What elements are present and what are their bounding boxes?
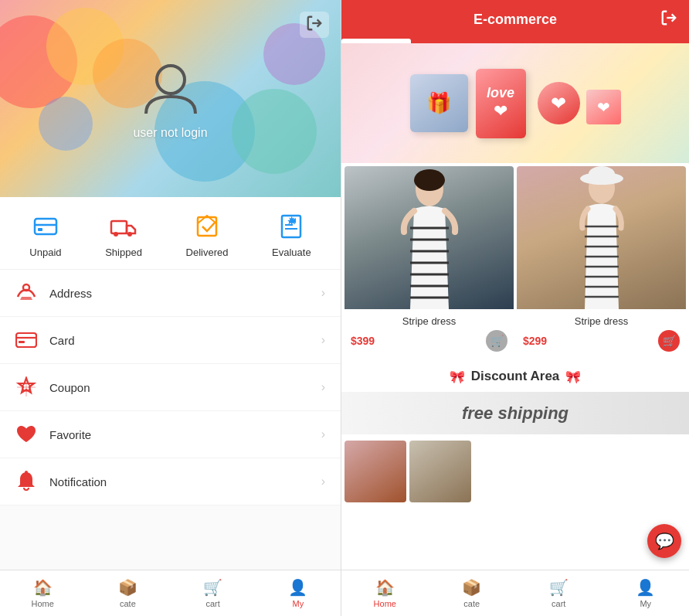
svg-point-34 [589,166,615,182]
notification-label: Notification [49,475,321,488]
menu-list: Address › Card › [0,270,341,570]
right-cart-label: cart [552,599,565,608]
address-label: Address [49,287,321,300]
card-chevron: › [321,333,325,347]
product-info-1: Stripe dress $399 🛒 [344,309,514,358]
svg-point-1 [157,66,185,94]
right-home-label: Home [374,599,396,608]
notification-icon [15,471,37,492]
svg-point-23 [414,169,445,191]
svg-point-7 [127,232,132,237]
left-header: user not login [0,0,341,197]
favorite-chevron: › [321,427,325,441]
order-item-evaluate[interactable]: Evaluate [272,211,311,258]
svg-rect-15 [19,341,25,343]
left-nav-cart[interactable]: 🛒 cart [171,570,256,616]
order-item-shipped[interactable]: Shipped [105,211,142,258]
right-nav-cate[interactable]: 📦 cate [429,570,516,616]
left-nav-my[interactable]: 👤 My [256,570,341,616]
thumbnail-2 [409,441,471,502]
product-card-2[interactable]: Stripe dress $299 🛒 [517,166,686,358]
delivered-label: Delivered [186,247,229,258]
shipped-icon [108,211,139,242]
products-grid: Stripe dress $399 🛒 [341,163,689,361]
right-header-title: E-commerce [473,12,557,28]
left-bottom-nav: 🏠 Home 📦 cate 🛒 cart 👤 My [0,570,341,616]
menu-item-favorite[interactable]: Favorite › [0,411,341,458]
notification-chevron: › [321,475,325,488]
svg-point-19 [25,471,28,474]
svg-point-6 [114,232,118,237]
left-nav-cate[interactable]: 📦 cate [85,570,170,616]
order-item-delivered[interactable]: Delivered [186,211,229,258]
right-panel: E-commerce [341,0,689,616]
right-nav-home[interactable]: 🏠 Home [341,570,429,616]
chat-fab-button[interactable]: 💬 [647,524,681,558]
evaluate-label: Evaluate [272,247,311,258]
svg-rect-2 [35,219,56,234]
menu-item-card[interactable]: Card › [0,317,341,364]
coupon-chevron: › [321,380,325,394]
favorite-icon [15,424,37,445]
right-nav-cart[interactable]: 🛒 cart [515,570,602,616]
svg-rect-8 [198,217,216,236]
unpaid-icon [30,211,61,242]
discount-section: 🎀 Discount Area 🎀 [341,361,689,392]
product-card-1[interactable]: Stripe dress $399 🛒 [344,166,514,358]
discount-title: Discount Area [471,369,560,384]
delivered-icon [192,211,222,242]
cart-label: cart [205,599,219,608]
product-price-2: $299 [523,335,547,347]
right-wrapper: E-commerce [341,0,689,616]
product-price-1: $399 [351,335,375,347]
svg-point-12 [23,284,29,291]
address-chevron: › [321,286,325,300]
product-image-1 [344,166,514,309]
add-to-cart-2[interactable]: 🛒 [658,330,680,352]
menu-item-notification[interactable]: Notification › [0,458,341,505]
right-nav-my[interactable]: 👤 My [602,570,690,616]
discount-icon-right: 🎀 [565,369,581,384]
free-shipping-text: free shipping [462,403,569,424]
favorite-label: Favorite [49,428,321,441]
order-item-unpaid[interactable]: Unpaid [29,211,61,258]
circle-5 [232,89,317,174]
order-row: Unpaid Shipped De [0,197,341,270]
my-icon: 👤 [288,578,307,597]
avatar-container: user not login [133,58,207,140]
right-my-label: My [640,599,651,608]
avatar-icon [140,58,202,120]
user-status-label: user not login [133,126,207,140]
left-nav-home[interactable]: 🏠 Home [0,570,85,616]
left-panel: user not login Unpaid [0,0,341,616]
svg-rect-4 [38,228,42,231]
card-icon [15,329,37,351]
product-price-row-2: $299 🛒 [523,330,680,352]
unpaid-label: Unpaid [29,247,61,258]
right-bottom-nav: 🏠 Home 📦 cate 🛒 cart 👤 My [341,570,689,616]
right-content: 🎁 love ❤ ❤ [341,43,689,570]
product-name-2: Stripe dress [523,315,680,327]
mini-heart: ❤ [586,90,621,124]
product-info-2: Stripe dress $299 🛒 [517,309,686,358]
shipped-label: Shipped [105,247,142,258]
svg-rect-13 [16,333,36,347]
cate-icon: 📦 [118,578,137,597]
thumbnail-row [341,437,689,505]
discount-icon-left: 🎀 [450,369,465,384]
cate-label: cate [120,599,136,608]
product-name-1: Stripe dress [351,315,507,327]
gift-2: love ❤ [476,69,526,138]
right-exit-button[interactable] [660,9,677,30]
right-cate-icon: 📦 [462,578,481,597]
product-price-row-1: $399 🛒 [351,330,507,352]
svg-rect-5 [111,221,127,233]
address-icon [15,282,37,304]
home-label: Home [31,599,53,608]
add-to-cart-1[interactable]: 🛒 [486,330,507,352]
login-exit-button[interactable] [300,12,329,38]
right-cate-label: cate [463,599,480,608]
menu-item-coupon[interactable]: Coupon › [0,364,341,411]
coupon-label: Coupon [49,381,321,394]
menu-item-address[interactable]: Address › [0,270,341,317]
